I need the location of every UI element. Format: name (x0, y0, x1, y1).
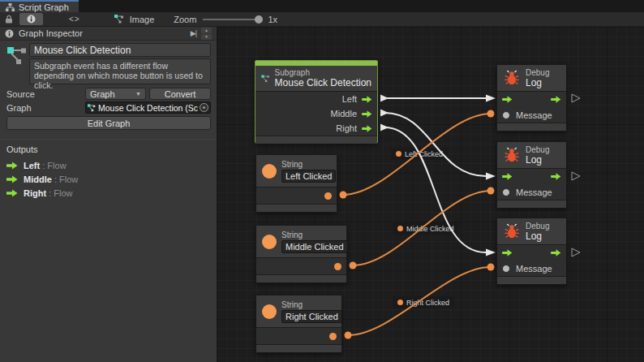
node-title: Log (526, 78, 549, 88)
node-subgraph-mouse-click-detection[interactable]: Subgraph Mouse Click Detection Left Midd… (255, 60, 378, 144)
spinner-buttons[interactable]: ▲▼ (201, 28, 212, 40)
value-port-icon[interactable] (329, 333, 337, 340)
graph-canvas[interactable]: Left Clicked Middle Clicked Right Clicke… (217, 27, 644, 362)
flow-out-arrow-icon[interactable] (551, 96, 561, 103)
zoom-slider-handle[interactable] (255, 15, 263, 24)
port-label: Left (342, 94, 357, 104)
flow-port-row[interactable] (497, 92, 566, 107)
node-kind: Debug (526, 68, 549, 78)
flow-in-arrow-icon[interactable] (502, 249, 513, 256)
node-debug-log-3[interactable]: Debug Log Message (496, 218, 567, 285)
string-value-field[interactable]: Right Clicked (281, 310, 342, 323)
inspector-toggle-button[interactable] (19, 13, 43, 25)
code-brackets-icon[interactable]: <> (69, 15, 80, 24)
flow-continuation-icon (572, 172, 580, 180)
graph-image-icon (114, 15, 125, 24)
wire-start-arrow (380, 110, 389, 117)
source-dropdown[interactable]: Graph ▼ (85, 88, 146, 100)
node-debug-log-2[interactable]: Debug Log Message (496, 141, 567, 209)
flow-port-row[interactable] (497, 245, 566, 261)
spinner-up-icon[interactable]: ▲ (201, 28, 212, 33)
string-value-field[interactable]: Middle Clicked (281, 240, 348, 253)
value-port-icon[interactable] (324, 192, 332, 200)
flow-port-row[interactable] (497, 169, 566, 184)
message-port-icon[interactable] (502, 265, 510, 273)
graph-object-field[interactable]: Mouse Click Detection (Scri (85, 101, 211, 114)
node-kind: String (281, 160, 336, 170)
lock-icon[interactable] (5, 15, 13, 24)
flow-out-arrow-icon[interactable] (551, 249, 561, 256)
tab-label: Script Graph (19, 2, 69, 12)
node-footer (497, 276, 566, 284)
tab-script-graph[interactable]: Script Graph (0, 0, 79, 12)
wire-value-text: Left Clicked (405, 150, 443, 158)
wire-value-label: Middle Clicked (393, 222, 459, 235)
node-string-middle-clicked[interactable]: String Middle Clicked (255, 225, 347, 283)
node-string-left-clicked[interactable]: String Left Clicked (255, 154, 337, 213)
tab-bar: Script Graph (0, 0, 644, 12)
flow-out-arrow-icon[interactable] (551, 173, 561, 180)
node-string-right-clicked[interactable]: String Right Clicked (255, 295, 342, 353)
message-label: Message (516, 110, 552, 120)
flow-in-arrow-icon[interactable] (502, 173, 513, 180)
node-title: Mouse Click Detection (275, 78, 371, 88)
orange-dot-icon (397, 226, 403, 231)
graph-inspector-panel: Graph Inspector ▶| ▲▼ Mouse Click Detect… (0, 27, 217, 362)
node-debug-log-1[interactable]: Debug Log Message (496, 64, 567, 131)
spinner-down-icon[interactable]: ▼ (201, 34, 212, 40)
zoom-slider-track (203, 19, 261, 20)
port-right[interactable]: Right (255, 121, 377, 136)
wire-terminal-dot (340, 192, 347, 199)
flow-in-arrow-icon[interactable] (502, 96, 513, 103)
object-picker-icon[interactable] (200, 103, 208, 112)
flow-arrow-icon (6, 175, 18, 183)
output-name: Middle (24, 175, 52, 184)
output-row-middle: Middle : Flow (6, 172, 78, 186)
wire-end-arrow (486, 173, 496, 180)
node-kind: Debug (526, 222, 549, 231)
output-type: : Flow (42, 161, 66, 170)
message-port-row[interactable]: Message (497, 184, 566, 200)
message-port-icon[interactable] (502, 188, 510, 196)
node-footer (256, 344, 341, 352)
wire-terminal-dot (487, 264, 495, 271)
dock-icon[interactable]: ▶| (191, 29, 196, 37)
flow-arrow-icon (362, 96, 372, 103)
graph-title-value: Mouse Click Detection (34, 45, 131, 56)
message-port-row[interactable]: Message (497, 107, 566, 123)
port-left[interactable]: Left (255, 92, 377, 106)
node-footer (497, 200, 566, 208)
message-label: Message (516, 187, 552, 197)
graph-field-label: Graph (6, 103, 32, 113)
string-value-field[interactable]: Left Clicked (281, 170, 336, 183)
message-port-row[interactable]: Message (497, 261, 566, 276)
zoom-label: Zoom (174, 15, 196, 24)
node-header: Debug Log (497, 65, 566, 92)
string-output-row[interactable] (256, 258, 346, 274)
bug-icon (503, 69, 521, 87)
wire-terminal-dot (487, 187, 495, 195)
inspector-header-title: Graph Inspector (19, 28, 83, 38)
bug-icon (503, 222, 521, 240)
port-middle[interactable]: Middle (255, 106, 377, 121)
graph-description-field[interactable]: Subgraph event has a different flow depe… (29, 58, 211, 84)
subgraph-icon (261, 71, 270, 86)
graph-title-field[interactable]: Mouse Click Detection (29, 43, 211, 57)
wire-middle-to-log2[interactable] (384, 113, 486, 176)
info-icon (5, 29, 14, 38)
unity-script-graph-window: Script Graph <> Image Zoom (0, 0, 644, 362)
output-name: Left (24, 161, 40, 170)
image-label: Image (130, 15, 155, 24)
edit-graph-button[interactable]: Edit Graph (6, 116, 211, 130)
output-name: Right (24, 188, 46, 198)
node-header: Debug Log (497, 142, 566, 169)
convert-button[interactable]: Convert (149, 88, 211, 100)
outputs-header: Outputs (6, 144, 38, 154)
message-port-icon[interactable] (502, 111, 510, 119)
script-graph-icon (6, 3, 15, 11)
string-output-row[interactable] (256, 187, 337, 204)
value-port-icon[interactable] (334, 263, 341, 270)
string-output-row[interactable] (256, 328, 341, 344)
flow-arrow-icon (362, 110, 372, 118)
zoom-slider[interactable] (203, 15, 261, 24)
